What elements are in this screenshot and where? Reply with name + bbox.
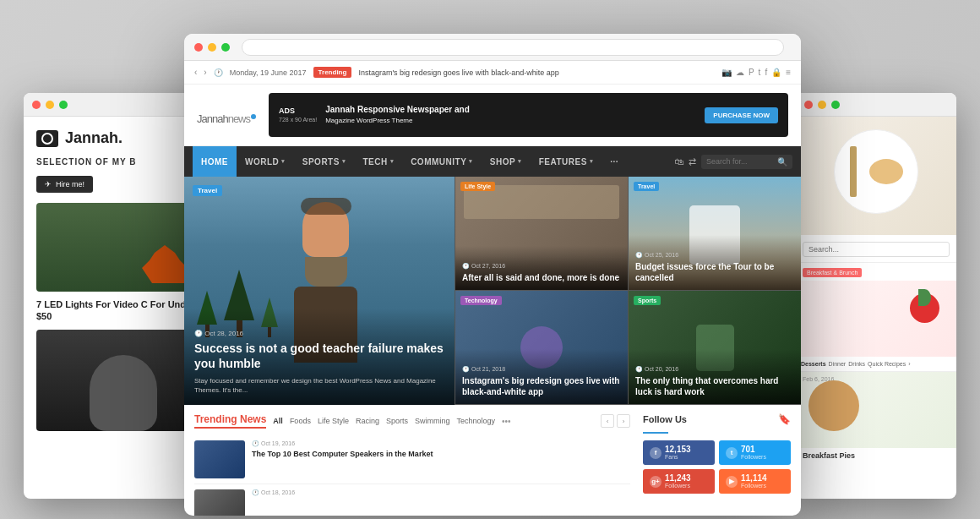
trending-next[interactable]: ›	[617, 414, 630, 428]
trending-article-1[interactable]: 🕐 Oct 18, 2016	[194, 484, 630, 516]
facebook-follow[interactable]: f 12,153 Fans	[643, 440, 715, 465]
instagram-icon[interactable]: 📷	[721, 68, 732, 77]
cell-tag-1: Travel	[634, 182, 659, 191]
search-icon[interactable]: 🔍	[777, 157, 787, 167]
cell-date-1: 🕐 Oct 25, 2016	[635, 252, 794, 259]
right-content: Breakfast & Brunch Desserts Dinner Drink…	[796, 117, 956, 465]
nav-community[interactable]: COMMUNITY ▾	[402, 146, 482, 177]
cell-overlay-2: 🕐 Oct 21, 2018 Instagram's big redesign …	[455, 349, 628, 404]
hire-button[interactable]: ✈ Hire me!	[36, 176, 93, 193]
nav-tech[interactable]: TECH ▾	[354, 146, 402, 177]
tab-dinner[interactable]: Dinner	[829, 360, 847, 368]
topbar-next[interactable]: ›	[204, 68, 206, 77]
google-follow[interactable]: g+ 11,243 Followers	[643, 469, 715, 494]
trending-filters: All Foods Life Style Racing Sports Swimm…	[273, 417, 594, 426]
maximize-dot[interactable]	[59, 101, 68, 109]
shuffle-icon[interactable]: ⇄	[689, 156, 696, 167]
youtube-follow[interactable]: ▶ 11,114 Followers	[719, 469, 791, 494]
twitter-icon[interactable]: t	[759, 68, 761, 77]
main-titlebar	[184, 34, 801, 61]
close-dot-right[interactable]	[804, 101, 813, 109]
trending-prev[interactable]: ‹	[601, 414, 614, 428]
nav-world[interactable]: WORLD ▾	[237, 146, 294, 177]
filter-foods[interactable]: Foods	[290, 417, 311, 425]
hero-main-desc: Stay focused and remember we design the …	[194, 376, 444, 395]
tab-desserts[interactable]: Desserts	[801, 360, 826, 368]
tab-drinks[interactable]: Drinks	[848, 360, 865, 368]
filter-all[interactable]: All	[273, 417, 283, 425]
right-image-3: Feb 6, 2016	[796, 372, 956, 448]
pinterest-icon[interactable]: P	[749, 68, 754, 77]
filter-more[interactable]: •••	[502, 417, 511, 426]
cell-overlay-3: 🕐 Oct 20, 2016 The only thing that overc…	[629, 349, 801, 404]
browser-right: Breakfast & Brunch Desserts Dinner Drink…	[796, 93, 956, 499]
bear-image	[90, 355, 157, 431]
url-bar[interactable]	[242, 39, 784, 56]
soundcloud-icon[interactable]: ☁	[736, 68, 744, 77]
youtube-label: Followers	[741, 483, 784, 489]
logo-main: Jannah	[197, 112, 228, 125]
nav-home[interactable]: HOME	[193, 146, 237, 177]
trending-article-0[interactable]: 🕐 Oct 19, 2016 The Top 10 Best Computer …	[194, 435, 630, 484]
youtube-info: 11,114 Followers	[741, 474, 784, 489]
shopping-bag-icon[interactable]: 🛍	[674, 156, 683, 167]
topbar-news: Instagram's big redesign goes live with …	[358, 68, 715, 77]
herb-image	[918, 289, 931, 306]
minimize-dot[interactable]	[46, 101, 54, 109]
right-category-tag[interactable]: Breakfast & Brunch	[803, 268, 862, 277]
hero-main-overlay: 🕐 Oct 28, 2016 Success is not a good tea…	[184, 309, 455, 405]
google-icon: g+	[650, 476, 662, 488]
follow-header: Follow Us 🔖	[643, 413, 791, 425]
topbar-prev[interactable]: ‹	[194, 68, 197, 77]
nav-features[interactable]: FEATURES ▾	[531, 146, 602, 177]
filter-lifestyle[interactable]: Life Style	[318, 417, 349, 425]
hero-cell-3[interactable]: Sports 🕐 Oct 20, 2016 The only thing tha…	[628, 291, 801, 405]
tab-more[interactable]: ›	[908, 360, 910, 368]
site-logo[interactable]: Jannahnews	[197, 102, 256, 128]
nav-search-input[interactable]	[706, 157, 774, 166]
filter-technology[interactable]: Technology	[456, 417, 495, 425]
navbar: HOME WORLD ▾ SPORTS ▾ TECH ▾ COMMUNITY ▾…	[184, 146, 801, 177]
nav-sports[interactable]: SPORTS ▾	[294, 146, 355, 177]
filter-sports[interactable]: Sports	[386, 417, 408, 425]
food-image	[869, 159, 903, 184]
browser-main: ‹ › 🕐 Monday, 19 June 2017 Trending Inst…	[184, 34, 801, 516]
clock-icon-1: 🕐	[635, 252, 643, 258]
lock-icon[interactable]: 🔒	[771, 68, 781, 77]
facebook-icon[interactable]: f	[765, 68, 767, 77]
cell-title-0: After all is said and done, more is done	[462, 272, 621, 283]
hero-cell-1[interactable]: Travel 🕐 Oct 25, 2016 Budget issues forc…	[628, 177, 801, 291]
plate	[834, 129, 918, 214]
filter-racing[interactable]: Racing	[356, 417, 379, 425]
main-minimize-dot[interactable]	[208, 43, 216, 52]
twitter-info: 701 Followers	[741, 445, 784, 460]
article-date-1: 🕐 Oct 18, 2016	[252, 489, 295, 496]
maximize-dot-right[interactable]	[831, 101, 840, 109]
minimize-dot-right[interactable]	[818, 101, 826, 109]
tab-quick-recipes[interactable]: Quick Recipes	[868, 360, 906, 368]
cell-tag-0: Life Style	[460, 182, 495, 191]
main-maximize-dot[interactable]	[221, 43, 230, 52]
purchase-button[interactable]: PURCHASE NOW	[705, 107, 778, 123]
hero-main-article[interactable]: Travel 🕐 Oct 28, 2016 Success is not a g…	[184, 177, 455, 405]
filter-swimming[interactable]: Swimming	[415, 417, 450, 425]
features-caret: ▾	[590, 158, 594, 165]
nav-more[interactable]: ···	[602, 146, 627, 177]
hero-grid: Life Style 🕐 Oct 27, 2016 After all is s…	[455, 177, 801, 405]
trending-left: Trending News All Foods Life Style Racin…	[194, 413, 630, 516]
main-close-dot[interactable]	[194, 43, 203, 52]
hero-cell-2[interactable]: Technology 🕐 Oct 21, 2018 Instagram's bi…	[455, 291, 628, 405]
nav-utility-icons: 🛍 ⇄	[674, 156, 696, 167]
hero-cell-0[interactable]: Life Style 🕐 Oct 27, 2016 After all is s…	[455, 177, 628, 291]
right-search-input[interactable]	[803, 242, 950, 257]
twitter-follow[interactable]: t 701 Followers	[719, 440, 791, 465]
follow-section: Follow Us 🔖 f 12,153 Fans t 701 Follower…	[643, 413, 791, 516]
facebook-label: Fans	[665, 454, 708, 460]
menu-icon[interactable]: ≡	[786, 68, 791, 77]
cell-overlay-0: 🕐 Oct 27, 2016 After all is said and don…	[455, 246, 628, 290]
right-article-title: Breakfast Pies	[796, 448, 956, 465]
close-dot[interactable]	[32, 101, 41, 109]
trending-section: Trending News All Foods Life Style Racin…	[184, 405, 801, 516]
clock-icon-art0: 🕐	[252, 440, 259, 446]
nav-shop[interactable]: SHOP ▾	[482, 146, 531, 177]
